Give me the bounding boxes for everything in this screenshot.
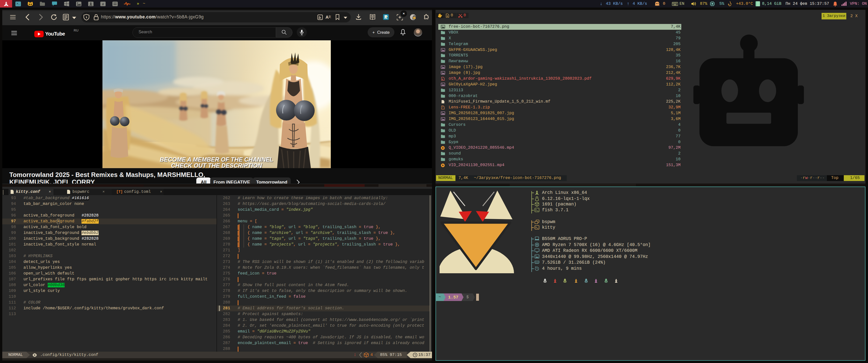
- svg-text:A: A: [442, 78, 443, 80]
- svg-text:文: 文: [328, 15, 331, 19]
- svg-text:#: #: [102, 2, 104, 6]
- svg-text:BECOME A MEMBER OF THE CHANNEL: BECOME A MEMBER OF THE CHANNEL: [160, 156, 273, 163]
- svg-text:CHECK OUT THE DESCRIPTION: CHECK OUT THE DESCRIPTION: [171, 162, 262, 168]
